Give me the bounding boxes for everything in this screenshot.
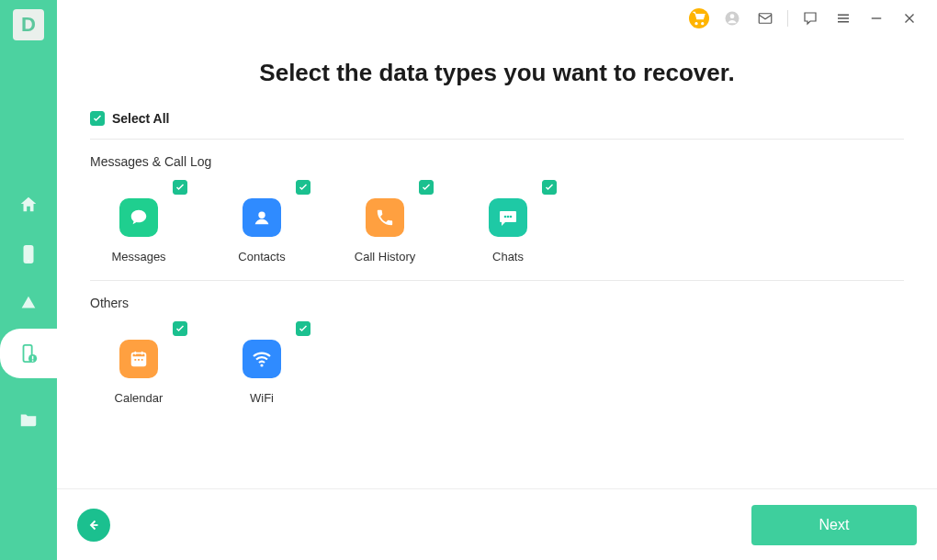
cart-icon bbox=[689, 8, 709, 28]
tile-chats[interactable]: Chats bbox=[459, 180, 557, 263]
tile-call-history-checkbox[interactable] bbox=[419, 180, 434, 195]
page-title: Select the data types you want to recove… bbox=[90, 59, 904, 87]
check-icon bbox=[298, 323, 309, 334]
comment-icon bbox=[802, 10, 818, 27]
content: Select the data types you want to recove… bbox=[57, 31, 937, 488]
tile-messages[interactable]: Messages bbox=[90, 180, 187, 263]
menu-button[interactable] bbox=[832, 7, 854, 29]
check-icon bbox=[421, 182, 432, 193]
speech-icon bbox=[119, 198, 158, 237]
sidebar-item-folder[interactable] bbox=[0, 395, 57, 444]
logo-letter: D bbox=[13, 9, 44, 40]
tile-wifi-label: WiFi bbox=[250, 391, 274, 405]
close-button[interactable] bbox=[898, 7, 920, 29]
sidebar-item-cloud[interactable] bbox=[0, 279, 57, 329]
close-icon bbox=[901, 10, 918, 27]
user-icon bbox=[724, 10, 740, 27]
logo: D bbox=[0, 0, 57, 44]
svg-rect-5 bbox=[32, 360, 33, 361]
sidebar-item-phone-alert[interactable] bbox=[0, 329, 57, 378]
footer: Next bbox=[57, 488, 937, 560]
check-icon bbox=[92, 113, 103, 124]
calendar-icon bbox=[119, 340, 158, 378]
tile-contacts-label: Contacts bbox=[238, 250, 285, 263]
check-icon bbox=[298, 182, 309, 193]
svg-point-11 bbox=[507, 216, 510, 218]
home-icon bbox=[18, 195, 39, 215]
select-all-checkbox[interactable] bbox=[90, 111, 105, 126]
phone-alert-icon bbox=[18, 343, 39, 364]
svg-rect-16 bbox=[134, 352, 136, 355]
svg-rect-8 bbox=[759, 14, 772, 24]
menu-icon bbox=[835, 10, 852, 27]
check-icon bbox=[175, 182, 186, 193]
tile-contacts-checkbox[interactable] bbox=[296, 180, 310, 195]
minimize-button[interactable] bbox=[865, 7, 887, 29]
section-title-others: Others bbox=[90, 296, 904, 310]
chat-ellipsis-icon bbox=[489, 198, 527, 237]
check-icon bbox=[544, 182, 555, 193]
svg-rect-17 bbox=[141, 352, 143, 355]
main-panel: Select the data types you want to recove… bbox=[57, 0, 937, 560]
tile-call-history[interactable]: Call History bbox=[336, 180, 434, 263]
svg-rect-4 bbox=[32, 356, 33, 360]
svg-point-7 bbox=[730, 14, 735, 18]
tile-calendar[interactable]: Calendar bbox=[90, 321, 187, 405]
mail-icon bbox=[757, 10, 773, 27]
svg-rect-20 bbox=[141, 359, 143, 361]
tile-messages-checkbox[interactable] bbox=[173, 180, 187, 195]
arrow-left-icon bbox=[85, 517, 102, 533]
svg-rect-19 bbox=[138, 359, 140, 361]
tile-calendar-label: Calendar bbox=[115, 391, 164, 405]
select-all-label: Select All bbox=[112, 111, 170, 126]
person-icon bbox=[243, 198, 281, 237]
grid-messages: Messages Contacts Call History bbox=[90, 173, 904, 281]
svg-point-9 bbox=[258, 212, 265, 218]
grid-others: Calendar WiFi bbox=[90, 314, 904, 421]
app-window: D bbox=[0, 0, 937, 560]
svg-point-12 bbox=[510, 216, 513, 218]
section-title-messages: Messages & Call Log bbox=[90, 154, 904, 169]
back-button[interactable] bbox=[77, 509, 110, 542]
next-button[interactable]: Next bbox=[751, 505, 917, 545]
tile-messages-label: Messages bbox=[111, 250, 165, 263]
sidebar-item-home[interactable] bbox=[0, 180, 57, 230]
phone-icon bbox=[366, 198, 404, 237]
phone-device-icon bbox=[18, 244, 39, 264]
sidebar: D bbox=[0, 0, 57, 560]
titlebar-separator bbox=[787, 10, 788, 27]
svg-point-21 bbox=[260, 364, 263, 366]
tile-wifi[interactable]: WiFi bbox=[213, 321, 310, 405]
user-button[interactable] bbox=[721, 7, 743, 29]
svg-rect-1 bbox=[28, 260, 30, 261]
tile-calendar-checkbox[interactable] bbox=[173, 321, 187, 336]
tile-call-history-label: Call History bbox=[355, 250, 415, 263]
titlebar bbox=[57, 0, 937, 31]
minimize-icon bbox=[868, 10, 885, 27]
feedback-button[interactable] bbox=[799, 7, 821, 29]
cloud-icon bbox=[18, 294, 39, 314]
check-icon bbox=[175, 323, 186, 334]
tile-chats-checkbox[interactable] bbox=[542, 180, 557, 195]
svg-point-10 bbox=[504, 216, 507, 218]
folder-icon bbox=[18, 409, 39, 430]
wifi-icon bbox=[243, 340, 281, 378]
select-all-row[interactable]: Select All bbox=[90, 111, 904, 140]
cart-button[interactable] bbox=[688, 7, 710, 29]
tile-chats-label: Chats bbox=[492, 250, 524, 263]
tile-contacts[interactable]: Contacts bbox=[213, 180, 310, 263]
mail-button[interactable] bbox=[754, 7, 776, 29]
tile-wifi-checkbox[interactable] bbox=[296, 321, 310, 336]
svg-rect-0 bbox=[24, 246, 32, 263]
sidebar-item-phone[interactable] bbox=[0, 230, 57, 279]
svg-rect-18 bbox=[134, 359, 136, 361]
